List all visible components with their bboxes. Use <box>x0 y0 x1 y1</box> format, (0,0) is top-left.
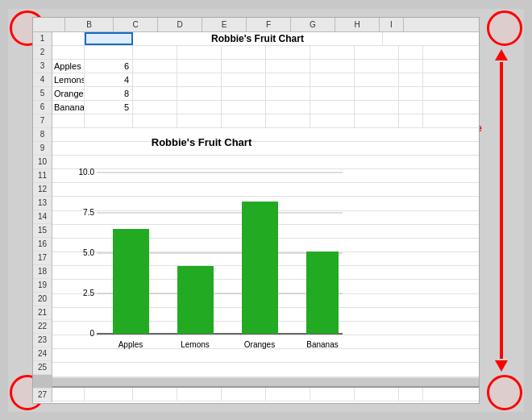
y-label-25: 2.5 <box>83 289 94 297</box>
cell-3d[interactable] <box>177 60 222 73</box>
col-header-b: B <box>65 18 114 31</box>
bar-chart: Robbie's Fruit Chart 10.0 7.5 5.0 2.5 0 <box>52 128 351 378</box>
row-num-2: 2 <box>33 46 52 60</box>
cell-27d[interactable] <box>177 388 222 401</box>
cell-5e[interactable] <box>222 87 266 100</box>
cell-2d[interactable] <box>177 46 222 59</box>
cell-27f[interactable] <box>266 388 310 401</box>
cell-4i[interactable] <box>399 73 423 86</box>
cell-27i[interactable] <box>399 388 423 401</box>
cell-4f[interactable] <box>266 73 310 86</box>
row-num-24: 24 <box>33 347 52 361</box>
cell-2h[interactable] <box>355 46 399 59</box>
cell-4d[interactable] <box>177 73 222 86</box>
cell-1b[interactable] <box>85 32 133 45</box>
cell-6a[interactable]: Bananas <box>52 101 85 114</box>
cell-5g[interactable] <box>310 87 355 100</box>
y-label-10: 10.0 <box>79 168 95 177</box>
cell-3f[interactable] <box>266 60 310 73</box>
cell-5b[interactable]: 8 <box>85 87 133 100</box>
y-label-5: 5.0 <box>83 248 94 257</box>
cell-7d[interactable] <box>177 114 222 127</box>
cell-27e[interactable] <box>222 388 266 401</box>
cell-3g[interactable] <box>310 60 355 73</box>
corner-circle-top-right[interactable] <box>487 10 522 46</box>
x-label-lemons: Lemons <box>181 340 210 349</box>
cell-7h[interactable] <box>355 114 399 127</box>
x-label-apples: Apples <box>118 340 143 349</box>
cell-2f[interactable] <box>266 46 310 59</box>
cell-6h[interactable] <box>355 101 399 114</box>
cell-4b[interactable]: 4 <box>85 73 133 86</box>
row-num-6: 6 <box>33 101 52 114</box>
cell-2g[interactable] <box>310 46 355 59</box>
row-num-23: 23 <box>33 334 52 347</box>
arrow-down-icon <box>495 360 508 372</box>
cell-6d[interactable] <box>177 101 222 114</box>
cell-27a[interactable] <box>52 388 85 401</box>
cell-1a[interactable] <box>52 32 85 45</box>
col-header-g: G <box>291 18 335 31</box>
row-5: Oranges 8 <box>52 87 479 101</box>
row-num-5: 5 <box>33 87 52 101</box>
cell-6i[interactable] <box>399 101 423 114</box>
cell-5i[interactable] <box>399 87 423 100</box>
cell-2b[interactable] <box>85 46 133 59</box>
row-num-22: 22 <box>33 320 52 334</box>
cell-4a[interactable]: Lemons <box>52 73 85 86</box>
row-num-17: 17 <box>33 252 52 265</box>
cell-7b[interactable] <box>85 114 133 127</box>
cell-6e[interactable] <box>222 101 266 114</box>
chart-area: Robbie's Fruit Chart 10.0 7.5 5.0 2.5 0 <box>52 128 479 378</box>
cell-7e[interactable] <box>222 114 266 127</box>
cell-7g[interactable] <box>310 114 355 127</box>
row-num-16: 16 <box>33 238 52 252</box>
cell-4c[interactable] <box>133 73 177 86</box>
cell-2e[interactable] <box>222 46 266 59</box>
row-headers: 1 2 3 4 5 6 7 8 9 10 11 12 13 14 15 16 1… <box>33 32 52 402</box>
cell-3h[interactable] <box>355 60 399 73</box>
cell-2a[interactable] <box>52 46 85 59</box>
cell-27h[interactable] <box>355 388 399 401</box>
row-num-13: 13 <box>33 197 52 210</box>
row-26-content <box>52 378 479 386</box>
cell-2i[interactable] <box>399 46 423 59</box>
row-num-4: 4 <box>33 73 52 87</box>
col-header-f: F <box>247 18 291 31</box>
spreadsheet: B C D E F G H I 1 2 3 4 5 6 7 8 9 10 11 <box>32 17 480 404</box>
cell-5c[interactable] <box>133 87 177 100</box>
row-num-19: 19 <box>33 279 52 293</box>
col-header-d: D <box>158 18 202 31</box>
cell-6b[interactable]: 5 <box>85 101 133 114</box>
cell-5h[interactable] <box>355 87 399 100</box>
cell-3c[interactable] <box>133 60 177 73</box>
cell-5f[interactable] <box>266 87 310 100</box>
row-4: Lemons 4 <box>52 73 479 87</box>
cell-6c[interactable] <box>133 101 177 114</box>
cell-6g[interactable] <box>310 101 355 114</box>
cell-7c[interactable] <box>133 114 177 127</box>
cell-5d[interactable] <box>177 87 222 100</box>
cell-7f[interactable] <box>266 114 310 127</box>
cell-7a[interactable] <box>52 114 85 127</box>
cell-4e[interactable] <box>222 73 266 86</box>
cell-5a[interactable]: Oranges <box>52 87 85 100</box>
cell-3a[interactable]: Apples <box>52 60 85 73</box>
row-num-12: 12 <box>33 183 52 197</box>
cell-4h[interactable] <box>355 73 399 86</box>
column-headers: B C D E F G H I <box>33 18 479 32</box>
cell-27c[interactable] <box>133 388 177 401</box>
cell-3i[interactable] <box>399 60 423 73</box>
cell-3e[interactable] <box>222 60 266 73</box>
row-26 <box>52 378 479 388</box>
cell-7i[interactable] <box>399 114 423 127</box>
cell-3b[interactable]: 6 <box>85 60 133 73</box>
cell-27b[interactable] <box>85 388 133 401</box>
cell-2c[interactable] <box>133 46 177 59</box>
cell-6f[interactable] <box>266 101 310 114</box>
corner-circle-bottom-right[interactable] <box>487 375 522 410</box>
row-num-11: 11 <box>33 169 52 183</box>
cell-4g[interactable] <box>310 73 355 86</box>
bar-bananas <box>306 252 339 334</box>
cell-27g[interactable] <box>310 388 355 401</box>
